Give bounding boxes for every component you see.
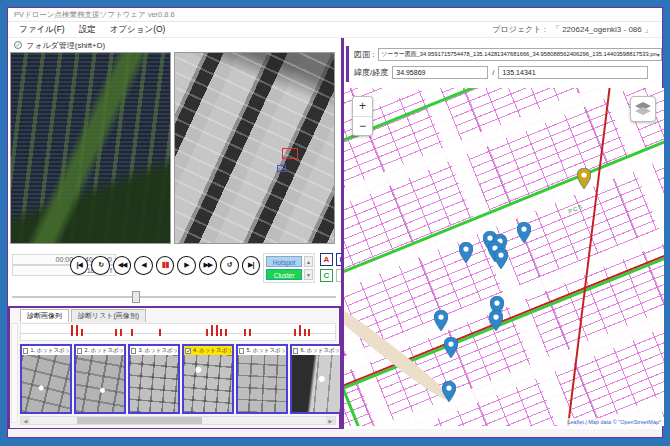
skip-end-button[interactable]: ▶| (242, 256, 260, 275)
playback-controls: 00:00:03.40 / 00:0 18 / 49 f |◀↻◀◀◀▮▮▶▶▶… (8, 250, 341, 298)
zoom-out-button[interactable]: − (353, 116, 372, 135)
map-attribution[interactable]: Leaflet | Map data © "OpenStreetMap" (564, 418, 664, 426)
layers-icon (635, 102, 651, 116)
window-title: PVドローン点検業務支援ソフトウェア ver0.8.6 (14, 10, 175, 20)
title-bar[interactable]: PVドローン点検業務支援ソフトウェア ver0.8.6 (8, 8, 662, 22)
detection-tick (216, 325, 218, 336)
zoom-in-button[interactable]: + (353, 97, 372, 116)
redo-button[interactable]: ↻ (91, 256, 109, 275)
step-back-button[interactable]: ◀ (134, 256, 152, 275)
detection-tick (76, 325, 78, 336)
diagnosis-tabs: 診断画像列診断リスト(画像別) (10, 309, 339, 322)
thumbnail-label: 6. ホットスポット (300, 347, 339, 354)
drawing-label: 図面 : (354, 49, 374, 60)
map-zoom-control: + − (352, 96, 373, 136)
fast-forward-button[interactable]: ▶▶ (199, 256, 217, 275)
mode-buttons: Hotspot Cluster ▲ ▼ (263, 253, 315, 283)
thumbnail-checkbox[interactable] (293, 348, 298, 354)
thumbnail-thermal-image (76, 355, 124, 412)
app-window: PVドローン点検業務支援ソフトウェア ver0.8.6 ファイル(F)設定オプシ… (7, 7, 663, 438)
timeline-baseline (21, 333, 335, 334)
thumbnail-scrollbar[interactable]: ◀ ▶ (20, 416, 336, 425)
map-view[interactable]: PCS + − Leaflet | Map data © "OpenStreet… (344, 88, 664, 426)
rgb-aerial-image (11, 53, 170, 243)
thermal-image-viewer[interactable] (174, 52, 335, 244)
map-pin-blue[interactable] (442, 381, 456, 406)
transport-buttons: |◀↻◀◀◀▮▮▶▶▶↺▶| (70, 256, 260, 275)
menu-item-1[interactable]: 設定 (72, 22, 103, 38)
rewind-button[interactable]: ◀◀ (113, 256, 131, 275)
detection-timeline[interactable] (20, 323, 336, 341)
detection-tick (81, 329, 83, 336)
thumbnail-checkbox[interactable] (77, 348, 82, 354)
purple-accent-bar (346, 46, 349, 82)
thumbnail-label: 1. ホットスポット (30, 347, 69, 354)
drawing-file-select[interactable]: ソーラー図面_34.9591715754478_135.142813476816… (378, 48, 662, 61)
folder-watch-checkbox[interactable]: ✓ (14, 41, 22, 49)
map-pin-blue[interactable] (494, 248, 508, 273)
thumbnail-label-row: 1. ホットスポット (22, 346, 70, 355)
map-pin-blue[interactable] (459, 242, 473, 267)
thumbnail-item-5[interactable]: 5. ホットスポット (236, 344, 288, 414)
longitude-input[interactable] (498, 66, 648, 79)
thumbnail-item-4[interactable]: ✓4. ホットスポット (182, 344, 234, 414)
menu-item-2[interactable]: オプション(O) (103, 22, 173, 38)
detection-tick (115, 329, 117, 336)
desktop-background: PVドローン点検業務支援ソフトウェア ver0.8.6 ファイル(F)設定オプシ… (0, 0, 670, 446)
latitude-input[interactable] (392, 66, 488, 79)
map-layers-button[interactable] (630, 96, 656, 122)
map-pin-yellow[interactable] (577, 168, 591, 193)
detection-tick (206, 329, 208, 336)
map-pin-blue[interactable] (444, 337, 458, 362)
seek-slider-handle[interactable] (132, 291, 140, 303)
thumbnail-checkbox[interactable] (239, 348, 244, 354)
pin-icon (494, 248, 508, 269)
cluster-mode-button[interactable]: Cluster (266, 269, 302, 280)
secondary-roi-box (277, 165, 286, 172)
loop-button[interactable]: ↺ (220, 256, 238, 275)
menu-item-0[interactable]: ファイル(F) (12, 22, 72, 38)
scroll-right-arrow[interactable]: ▶ (326, 417, 335, 424)
tab-0[interactable]: 診断画像列 (20, 309, 69, 322)
thumbnail-checkbox[interactable] (131, 348, 136, 354)
spinner-up-button[interactable]: ▲ (304, 256, 313, 267)
thumbnail-item-6[interactable]: 6. ホットスポット (290, 344, 340, 414)
latlon-label: 緯度/経度 (354, 67, 388, 78)
detection-tick (120, 329, 122, 336)
thumbnail-checkbox[interactable] (23, 348, 28, 354)
map-header: 図面 : ソーラー図面_34.9591715754478_135.1428134… (346, 44, 664, 86)
detection-tick (304, 329, 306, 336)
latlon-separator: / (492, 68, 494, 77)
rgb-image-viewer[interactable] (10, 52, 171, 244)
scrollbar-track[interactable] (30, 417, 326, 424)
diagnosis-panel: 診断画像列診断リスト(画像別) 1. ホットスポット2. ホットスポット3. ホ… (8, 306, 341, 430)
thumbnail-label: 2. ホットスポット (84, 347, 123, 354)
play-button[interactable]: ▶ (177, 256, 195, 275)
detection-tick (249, 329, 251, 336)
map-pin-blue[interactable] (517, 222, 531, 247)
hotspot-mode-button[interactable]: Hotspot (266, 256, 302, 267)
thumbnail-item-3[interactable]: 3. ホットスポット (128, 344, 180, 414)
tab-1[interactable]: 診断リスト(画像別) (71, 309, 146, 322)
pin-icon (489, 310, 503, 331)
drawing-file-value: ソーラー図面_34.9591715754478_135.142813476816… (381, 50, 656, 59)
thumbnail-item-2[interactable]: 2. ホットスポット (74, 344, 126, 414)
map-pin-blue[interactable] (489, 310, 503, 335)
detection-tick (294, 329, 296, 336)
class-button-a[interactable]: A (320, 253, 333, 266)
thumbnail-checkbox[interactable]: ✓ (185, 348, 191, 354)
thumbnail-label-row: 6. ホットスポット (292, 346, 340, 355)
detection-tick (244, 329, 246, 336)
scroll-left-arrow[interactable]: ◀ (21, 417, 30, 424)
hotspot-roi-box (282, 148, 298, 159)
pause-button[interactable]: ▮▮ (156, 256, 174, 275)
class-button-c[interactable]: C (320, 269, 333, 282)
map-pin-blue[interactable] (434, 310, 448, 335)
scrollbar-thumb[interactable] (77, 417, 201, 424)
spinner-down-button[interactable]: ▼ (304, 269, 313, 280)
thumbnail-label: 3. ホットスポット (138, 347, 177, 354)
thumbnail-item-1[interactable]: 1. ホットスポット (20, 344, 72, 414)
skip-start-button[interactable]: |◀ (70, 256, 88, 275)
seek-slider[interactable] (12, 296, 336, 298)
footer-strip (8, 429, 662, 437)
